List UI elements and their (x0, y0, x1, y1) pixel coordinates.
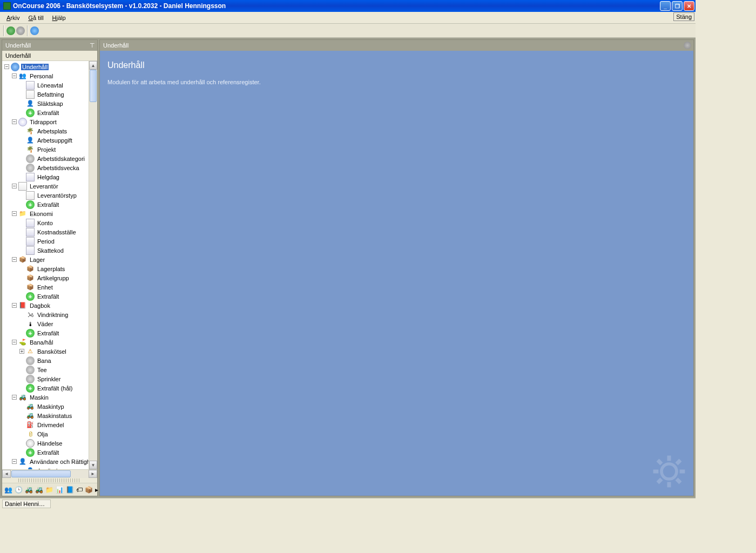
tree-node-ekonomi[interactable]: −📁Ekonomi (2, 209, 97, 218)
tractor-icon[interactable]: 🚜 (25, 485, 33, 494)
tree-node-maskinstatus[interactable]: 🚜Maskinstatus (2, 411, 97, 420)
svg-line-5 (658, 460, 662, 464)
tree-node-arbetstidskategori[interactable]: Arbetstidskategori (2, 154, 97, 163)
plus-icon: + (26, 292, 35, 301)
chart-icon[interactable]: 📊 (56, 485, 64, 494)
sidebar-title-label: Underhåll (5, 42, 31, 49)
tree-node-handelse[interactable]: Händelse (2, 439, 97, 448)
box-icon: 📦 (26, 265, 35, 273)
tractor2-icon[interactable]: 🚜 (35, 485, 43, 494)
tree-node-kostnadsstalle[interactable]: Kostnadsställe (2, 227, 97, 237)
tree-node-loneavtal[interactable]: Löneavtal (2, 80, 97, 90)
stang-button[interactable]: Stäng (673, 12, 694, 21)
sidebar-toolbar: 👥 🕒 🚜 🚜 📁 📊 📘 🏷 📦 ▸ (2, 483, 97, 496)
content-help-icon[interactable] (684, 42, 691, 49)
tree-node-personal[interactable]: −👥Personal (2, 71, 97, 80)
tree-node-artikelgrupp[interactable]: 📦Artikelgrupp (2, 273, 97, 282)
tree-node-extrafalt[interactable]: +Extrafält (2, 108, 97, 117)
tree-node-maskin[interactable]: −🚜Maskin (2, 393, 97, 402)
tree-node-extrafalt[interactable]: +Extrafält (2, 292, 97, 301)
tree-node-arbetsplats[interactable]: 🌴Arbetsplats (2, 126, 97, 136)
oil-icon: 🛢 (26, 430, 35, 439)
account-icon (26, 219, 35, 227)
tree-node-arbetsuppgift[interactable]: 👤Arbetsuppgift (2, 136, 97, 145)
pin-icon[interactable]: ⊤ (90, 42, 95, 49)
tree-node-banahal[interactable]: −⛳Bana/hål (2, 338, 97, 347)
scroll-thumb-h[interactable] (11, 470, 71, 477)
menu-hjalp[interactable]: Hjälp (48, 14, 70, 22)
tree-node-extrafalt[interactable]: +Extrafält (2, 200, 97, 209)
tree-node-skattekod[interactable]: Skattekod (2, 246, 97, 255)
tree-node-sprinkler[interactable]: Sprinkler (2, 374, 97, 383)
tree-node-extrafalt[interactable]: +Extrafält (2, 448, 97, 457)
tree-node-drivmedel[interactable]: ⛽Drivmedel (2, 420, 97, 429)
calendar-icon (26, 173, 35, 181)
content-panel: Underhåll Underhåll Modulen för att arbe… (99, 39, 694, 496)
tree-node-leverantor[interactable]: −Leverantör (2, 181, 97, 191)
horizontal-scrollbar[interactable]: ◄ ► (2, 469, 97, 478)
clock-icon[interactable]: 🕒 (15, 485, 23, 494)
tree-node-tee[interactable]: Tee (2, 365, 97, 374)
minimize-button[interactable]: _ (660, 1, 671, 11)
tree-node-helgdag[interactable]: Helgdag (2, 172, 97, 181)
tree-node-banskotsel[interactable]: +⚠Banskötsel (2, 347, 97, 356)
tree-node-underhall[interactable]: −Underhåll (2, 62, 97, 71)
maximize-button[interactable]: ❐ (672, 1, 683, 11)
svg-line-6 (677, 479, 680, 483)
tree-node-extrafalt-hal[interactable]: +Extrafält (hål) (2, 383, 97, 393)
tag-icon[interactable]: 🏷 (76, 485, 83, 494)
tree-node-olja[interactable]: 🛢Olja (2, 429, 97, 439)
scroll-thumb[interactable] (90, 70, 97, 102)
tree-node-vader[interactable]: 🌡Väder (2, 319, 97, 328)
menu-arkiv[interactable]: Arkiv (2, 14, 24, 22)
tree-node-befattning[interactable]: Befattning (2, 90, 97, 99)
tree-node-bana[interactable]: Bana (2, 356, 97, 365)
vertical-scrollbar[interactable]: ▲ ▼ (89, 61, 97, 469)
tree-node-maskintyp[interactable]: 🚜Maskintyp (2, 402, 97, 411)
scroll-up-button[interactable]: ▲ (89, 61, 97, 70)
folder-icon[interactable]: 📁 (45, 485, 53, 494)
forward-icon[interactable] (16, 26, 25, 35)
tree-node-dagbok[interactable]: −📕Dagbok (2, 301, 97, 310)
panel-gripper[interactable] (18, 478, 81, 482)
back-icon[interactable] (6, 26, 15, 35)
scroll-right-button[interactable]: ► (89, 470, 97, 478)
svg-line-8 (658, 479, 662, 483)
tax-icon (26, 246, 35, 255)
scroll-down-button[interactable]: ▼ (89, 461, 97, 469)
close-button[interactable]: ✕ (684, 1, 694, 11)
tree-node-projekt[interactable]: 🌴Projekt (2, 145, 97, 154)
tree-node-vindriktning[interactable]: 🌬Vindriktning (2, 310, 97, 319)
help-icon[interactable] (30, 26, 39, 35)
tree-node-enhet[interactable]: 📦Enhet (2, 282, 97, 292)
tree-node-period[interactable]: Period (2, 237, 97, 246)
menubar: Arkiv Gå till Hjälp Stäng (0, 12, 696, 24)
flag-icon: ⛳ (18, 338, 27, 347)
tree-node-lagerplats[interactable]: 📦Lagerplats (2, 264, 97, 273)
tree-node-anvandare-sub[interactable]: 👤Användare (2, 466, 97, 469)
supplier-icon (18, 182, 27, 191)
tree-node-konto[interactable]: Konto (2, 218, 97, 227)
menu-gatill[interactable]: Gå till (24, 14, 48, 22)
palm-icon: 🌴 (26, 145, 35, 154)
tree-node-anvandare[interactable]: −👤Användare och Rättighe (2, 457, 97, 466)
statusbar: Daniel Henningss... (0, 498, 696, 509)
people-icon[interactable]: 👥 (4, 485, 12, 494)
tree-node-extrafalt[interactable]: +Extrafält (2, 328, 97, 338)
box-icon: 📦 (18, 255, 27, 264)
course-icon (26, 356, 35, 365)
tree-node-leverantorstyp[interactable]: Leverantörstyp (2, 191, 97, 200)
tree-node-arbetstidsvecka[interactable]: Arbetstidsvecka (2, 163, 97, 172)
scroll-left-button[interactable]: ◄ (2, 470, 11, 478)
toolbar-separator (27, 25, 28, 36)
more-icon[interactable]: ▸ (95, 485, 98, 494)
toolbar-separator (3, 25, 4, 36)
tree-node-lager[interactable]: −📦Lager (2, 255, 97, 264)
plus-icon: + (26, 384, 35, 393)
book-icon[interactable]: 📘 (66, 485, 74, 494)
box-icon[interactable]: 📦 (85, 485, 93, 494)
window-titlebar: OnCourse 2006 - Banskötselsystem - v1.0.… (0, 0, 696, 12)
tree-node-slaktskap[interactable]: 👤Släktskap (2, 99, 97, 108)
tractor-icon: 🚜 (26, 412, 35, 420)
tree-node-tidrapport[interactable]: −Tidrapport (2, 117, 97, 126)
